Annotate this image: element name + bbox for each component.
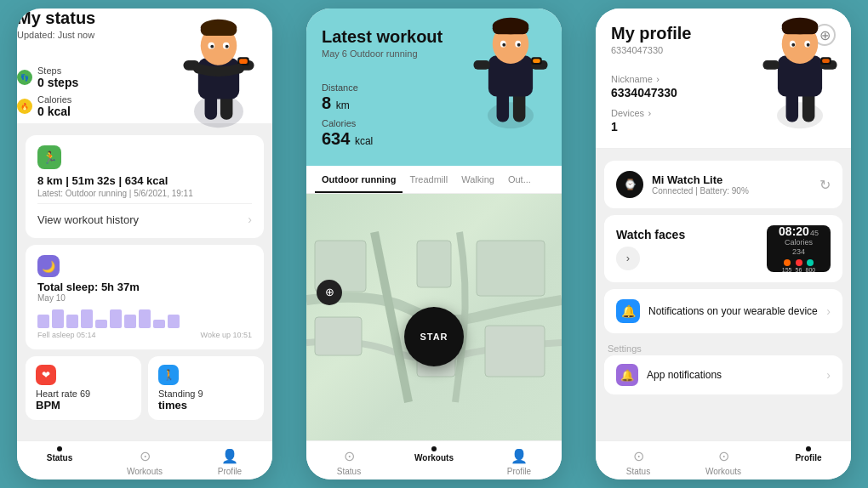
svg-rect-14 xyxy=(239,59,248,64)
svg-rect-29 xyxy=(533,59,540,63)
svg-rect-31 xyxy=(417,241,451,287)
nav-status-3[interactable]: ⊙ Status xyxy=(596,446,681,476)
app-notif-icon: 🔔 xyxy=(616,364,638,386)
status-nav-icon-2: ⊙ xyxy=(340,446,358,465)
device-card[interactable]: ⌚ Mi Watch Lite Connected | Battery: 90%… xyxy=(604,161,842,208)
workout-map[interactable]: STAR ⊕ xyxy=(306,194,562,440)
nav-profile[interactable]: 👤 Profile xyxy=(187,446,272,476)
sleep-bar xyxy=(37,315,49,328)
nav-profile-label: Profile xyxy=(218,467,242,476)
nav-workouts[interactable]: ⊙ Workouts xyxy=(102,446,187,476)
svg-point-12 xyxy=(226,45,229,48)
sleep-bar xyxy=(124,315,136,328)
avatar-character xyxy=(172,13,266,136)
avatar-workout xyxy=(464,13,557,136)
heart-icon: ❤ xyxy=(36,365,56,385)
sleep-bar xyxy=(52,309,64,328)
nav-status[interactable]: Status xyxy=(17,446,102,476)
sleep-bar xyxy=(139,309,151,328)
svg-rect-32 xyxy=(477,241,545,296)
nav-profile-2[interactable]: 👤 Profile xyxy=(477,446,562,476)
svg-rect-8 xyxy=(201,25,237,37)
sleep-icon: 🌙 xyxy=(37,255,60,277)
sync-icon[interactable]: ↻ xyxy=(819,177,831,193)
steps-label: Steps xyxy=(37,65,78,76)
watch-time: 08:20 xyxy=(779,225,809,237)
tab-outdoor-running[interactable]: Outdoor running xyxy=(315,166,403,193)
heart-rate-card[interactable]: ❤ Heart rate 69 BPM xyxy=(26,356,141,420)
app-notif-chevron: › xyxy=(826,368,831,382)
nav-bar-1: Status ⊙ Workouts 👤 Profile xyxy=(17,440,272,479)
watch-calories-value: 234 xyxy=(792,247,805,256)
svg-point-36 xyxy=(777,102,823,128)
status-nav-dot xyxy=(57,446,62,451)
phone-status: My status Updated: Just now 👣 Steps 0 st… xyxy=(17,9,272,479)
workout-card-header: 🏃 xyxy=(37,145,252,169)
view-history-text: View workout history xyxy=(37,213,139,226)
sleep-bar xyxy=(81,309,93,328)
status-body: 🏃 8 km | 51m 32s | 634 kcal Latest: Outd… xyxy=(17,123,272,440)
sleep-date: May 10 xyxy=(37,293,252,303)
calories-value: 0 kcal xyxy=(37,105,71,118)
calories-icon: 🔥 xyxy=(17,99,32,114)
notifications-card[interactable]: 🔔 Notifications on your wearable device … xyxy=(604,289,842,333)
watch-stats: 155 56 800 xyxy=(782,259,815,273)
status-nav-icon-3: ⊙ xyxy=(629,446,648,465)
sleep-card[interactable]: 🌙 Total sleep: 5h 37m May 10 Fell as xyxy=(26,245,264,349)
device-icon: ⌚ xyxy=(616,171,643,198)
avatar-profile xyxy=(753,13,847,136)
standing-card[interactable]: 🚶 Standing 9 times xyxy=(148,356,264,420)
nav-workouts-label-3: Workouts xyxy=(705,467,741,476)
watchface-arrow[interactable]: › xyxy=(616,247,640,270)
locate-button[interactable]: ⊕ xyxy=(317,280,342,305)
svg-rect-35 xyxy=(485,326,545,377)
phone-profile: My profile 6334047330 ⊕ Nickname › 63340… xyxy=(596,9,851,479)
view-history-chevron: › xyxy=(248,213,252,226)
nav-profile-label-3: Profile xyxy=(795,453,821,462)
tab-more[interactable]: Out... xyxy=(501,166,538,193)
svg-rect-44 xyxy=(782,23,819,35)
app-notif-text: App notifications xyxy=(647,369,818,381)
workouts-nav-icon-3: ⊙ xyxy=(714,446,733,465)
device-status: Connected | Battery: 90% xyxy=(652,186,811,196)
svg-point-0 xyxy=(194,95,243,128)
watchface-label: Watch faces xyxy=(616,228,758,241)
wf-stat-1: 155 xyxy=(782,259,792,273)
sleep-bars xyxy=(37,309,252,328)
wf-stat-3: 800 xyxy=(806,259,816,273)
calories-label: Calories xyxy=(37,94,71,105)
sleep-fell: Fell asleep 05:14 xyxy=(37,331,96,339)
star-button[interactable]: STAR xyxy=(404,307,464,366)
sleep-bar xyxy=(66,315,78,328)
view-history-row[interactable]: View workout history › xyxy=(37,203,252,228)
watchface-card[interactable]: Watch faces › 08:20 45 Calories 234 155 xyxy=(604,215,842,282)
svg-rect-19 xyxy=(474,60,490,70)
svg-point-26 xyxy=(502,43,505,47)
svg-rect-23 xyxy=(493,23,529,35)
tab-walking[interactable]: Walking xyxy=(454,166,501,193)
nav-profile-label-2: Profile xyxy=(507,467,531,476)
watch-calories-label: Calories xyxy=(785,238,813,247)
nav-status-label-3: Status xyxy=(626,467,650,476)
notification-text: Notifications on your wearable device xyxy=(648,305,818,317)
tab-treadmill[interactable]: Treadmill xyxy=(403,166,454,193)
workout-header: Latest workout May 6 Outdoor running Dis… xyxy=(306,9,562,166)
sleep-title: Total sleep: 5h 37m xyxy=(37,281,252,293)
nav-workouts-3[interactable]: ⊙ Workouts xyxy=(681,446,766,476)
svg-rect-40 xyxy=(763,60,779,70)
workouts-nav-dot xyxy=(431,446,437,451)
nav-profile-3[interactable]: Profile xyxy=(766,446,851,476)
wf-dot-teal xyxy=(807,259,814,266)
nav-bar-2: ⊙ Status Workouts 👤 Profile xyxy=(306,440,562,479)
standing-icon: 🚶 xyxy=(158,365,179,385)
app-notifications-card[interactable]: 🔔 App notifications › xyxy=(604,355,842,394)
standing-title: Standing 9 xyxy=(158,389,254,399)
nav-workouts-2[interactable]: Workouts xyxy=(391,446,477,476)
standing-unit: times xyxy=(158,399,254,411)
watchface-info: Watch faces › xyxy=(616,228,758,270)
nav-status-2[interactable]: ⊙ Status xyxy=(306,446,391,476)
watchface-preview: 08:20 45 Calories 234 155 56 xyxy=(767,225,831,272)
profile-nav-dot xyxy=(806,446,811,451)
workout-card[interactable]: 🏃 8 km | 51m 32s | 634 kcal Latest: Outd… xyxy=(26,135,264,238)
wf-dot-red xyxy=(796,259,802,266)
